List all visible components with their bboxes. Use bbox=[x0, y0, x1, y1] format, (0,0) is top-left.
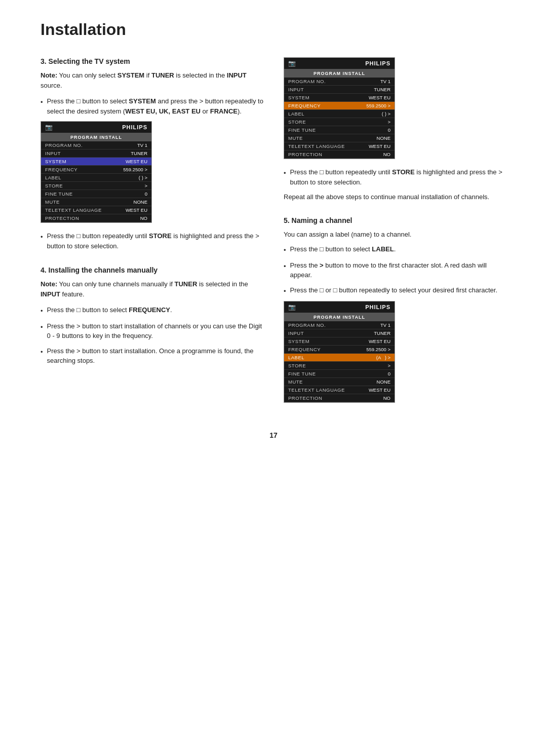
system-bold: SYSTEM bbox=[118, 71, 144, 79]
section3-bullet2-left: • Press the □ button repeatedly until ST… bbox=[41, 231, 263, 251]
panel1-subheader: PROGRAM INSTALL bbox=[41, 133, 151, 141]
page-title: Installation bbox=[41, 20, 506, 39]
bullet2-left-text: Press the □ button repeatedly until STOR… bbox=[47, 231, 263, 251]
panel2-row-3: FREQUENCY 559.2500 > bbox=[284, 102, 395, 110]
gt-bold: > bbox=[320, 261, 324, 269]
panel1-row-8: TELETEXT LANGUAGE WEST EU bbox=[41, 206, 151, 214]
bullet-r1-text: Press the □ button repeatedly until STOR… bbox=[290, 167, 506, 187]
section4-title: Installing the channels manually bbox=[49, 266, 158, 274]
bullet4-3-text: Press the > button to start installation… bbox=[47, 346, 263, 366]
panel3-row-2: SYSTEM WEST EU bbox=[284, 337, 395, 346]
panel3-subheader: PROGRAM INSTALL bbox=[284, 313, 395, 321]
panel1-header: 📷 PHILIPS bbox=[41, 122, 151, 133]
store-bold-r: STORE bbox=[392, 168, 415, 176]
section5-bullet3: • Press the □ or □ button repeatedly to … bbox=[284, 285, 506, 296]
bullet5-3-text: Press the □ or □ button repeatedly to se… bbox=[290, 285, 506, 295]
section3-title: Selecting the TV system bbox=[49, 57, 130, 65]
panel3-row-3: FREQUENCY 559.2500 > bbox=[284, 346, 395, 354]
bullet-dot-5-2: • bbox=[284, 261, 286, 272]
panel2-row-1: INPUT TUNER bbox=[284, 86, 395, 94]
bullet1-text: Press the □ button to select SYSTEM and … bbox=[47, 96, 263, 116]
panel2-row-5: STORE > bbox=[284, 118, 395, 126]
panel2-subheader: PROGRAM INSTALL bbox=[284, 69, 395, 78]
section5-number: 5. bbox=[284, 216, 290, 224]
panel2-row-0: PROGRAM NO. TV 1 bbox=[284, 78, 395, 86]
section3-heading: 3. Selecting the TV system bbox=[41, 57, 263, 65]
section5-assign: You can assign a label (name) to a chann… bbox=[284, 230, 506, 240]
bullet4-1-text: Press the □ button to select FREQUENCY. bbox=[47, 305, 263, 315]
store-bold-1: STORE bbox=[149, 232, 172, 240]
panel1-row-1: INPUT TUNER bbox=[41, 149, 151, 158]
panel3-row-7: MUTE NONE bbox=[284, 378, 395, 386]
panel2-row-7: MUTE NONE bbox=[284, 134, 395, 142]
panel1-row-7: MUTE NONE bbox=[41, 198, 151, 206]
repeat-text: Repeat all the above steps to continue m… bbox=[284, 192, 506, 202]
bullet-dot-r1: • bbox=[284, 168, 286, 178]
note-label-4: Note: bbox=[41, 280, 57, 288]
tuner-bold: TUNER bbox=[151, 71, 174, 79]
monitor-icon-1: 📷 bbox=[45, 124, 53, 131]
panel3-row-0: PROGRAM NO. TV 1 bbox=[284, 321, 395, 329]
note-label: Note: bbox=[41, 71, 57, 79]
bullet5-1-text: Press the □ button to select LABEL. bbox=[290, 244, 506, 254]
panel1-row-9: PROTECTION NO bbox=[41, 214, 151, 222]
monitor-icon-3: 📷 bbox=[288, 304, 296, 311]
bullet-dot-4-1: • bbox=[41, 306, 43, 316]
panel3-row-9: PROTECTION NO bbox=[284, 394, 395, 402]
panel3-row-1: INPUT TUNER bbox=[284, 329, 395, 337]
section4-bullet3: • Press the > button to start installati… bbox=[41, 346, 263, 366]
philips-panel-3: 📷 PHILIPS PROGRAM INSTALL PROGRAM NO. TV… bbox=[284, 301, 395, 403]
panel2-row-4: LABEL ( ) > bbox=[284, 110, 395, 118]
tuner-bold-4: TUNER bbox=[175, 280, 198, 288]
monitor-icon-2: 📷 bbox=[288, 60, 296, 67]
panel3-row-5: STORE > bbox=[284, 362, 395, 370]
section5-bullet1: • Press the □ button to select LABEL. bbox=[284, 244, 506, 255]
panel2-row-8: TELETEXT LANGUAGE WEST EU bbox=[284, 142, 395, 150]
panel2-header: 📷 PHILIPS bbox=[284, 58, 395, 69]
bullet-dot-4-2: • bbox=[41, 322, 43, 332]
panel1-brand: PHILIPS bbox=[122, 124, 147, 130]
panel1-row-6: FINE TUNE 0 bbox=[41, 190, 151, 198]
input-bold-4: INPUT bbox=[41, 290, 60, 298]
section3: 3. Selecting the TV system Note: You can… bbox=[41, 57, 263, 251]
section4-number: 4. bbox=[41, 266, 47, 274]
section4-heading: 4. Installing the channels manually bbox=[41, 266, 263, 274]
france-bold: FRANCE bbox=[210, 107, 238, 115]
freq-bold: FREQUENCY bbox=[129, 306, 170, 314]
section3-number: 3. bbox=[41, 57, 47, 65]
west-eu-bold: WEST EU, UK, EAST EU bbox=[125, 107, 201, 115]
bullet-dot-5-1: • bbox=[284, 245, 286, 255]
right-column: 📷 PHILIPS PROGRAM INSTALL PROGRAM NO. TV… bbox=[284, 57, 506, 411]
bullet-dot-2: • bbox=[41, 232, 43, 242]
system-bold2: SYSTEM bbox=[129, 97, 155, 105]
panel2-row-6: FINE TUNE 0 bbox=[284, 126, 395, 134]
panel1-row-0: PROGRAM NO. TV 1 bbox=[41, 141, 151, 149]
panel2-wrapper: 📷 PHILIPS PROGRAM INSTALL PROGRAM NO. TV… bbox=[284, 57, 506, 159]
input-bold: INPUT bbox=[227, 71, 247, 79]
section4-bullet1: • Press the □ button to select FREQUENCY… bbox=[41, 305, 263, 316]
panel1-row-5: STORE > bbox=[41, 182, 151, 190]
panel3-brand: PHILIPS bbox=[365, 304, 390, 310]
page-number: 17 bbox=[41, 431, 506, 439]
panel3-header: 📷 PHILIPS bbox=[284, 301, 395, 313]
bullet-dot-4-3: • bbox=[41, 347, 43, 357]
label-bold: LABEL bbox=[372, 245, 394, 253]
bullet4-2-text: Press the > button to start installation… bbox=[47, 321, 263, 341]
section5-heading: 5. Naming a channel bbox=[284, 216, 506, 224]
panel2-row-2: SYSTEM WEST EU bbox=[284, 94, 395, 102]
panel3-row-6: FINE TUNE 0 bbox=[284, 370, 395, 378]
philips-panel-1: 📷 PHILIPS PROGRAM INSTALL PROGRAM NO. TV… bbox=[41, 121, 152, 223]
panel2-row-9: PROTECTION NO bbox=[284, 150, 395, 159]
left-column: 3. Selecting the TV system Note: You can… bbox=[41, 57, 263, 371]
philips-panel-2: 📷 PHILIPS PROGRAM INSTALL PROGRAM NO. TV… bbox=[284, 57, 395, 159]
panel1-row-3: FREQUENCY 559.2500 > bbox=[41, 166, 151, 174]
panel1-wrapper: 📷 PHILIPS PROGRAM INSTALL PROGRAM NO. TV… bbox=[41, 121, 263, 223]
section4-note: Note: You can only tune channels manuall… bbox=[41, 279, 263, 299]
bullet5-2-text: Press the > button to move to the first … bbox=[290, 260, 506, 280]
section5: 5. Naming a channel You can assign a lab… bbox=[284, 216, 506, 403]
section4: 4. Installing the channels manually Note… bbox=[41, 266, 263, 366]
section4-bullet2: • Press the > button to start installati… bbox=[41, 321, 263, 341]
section5-bullet2: • Press the > button to move to the firs… bbox=[284, 260, 506, 280]
panel1-row-2: SYSTEM WEST EU bbox=[41, 158, 151, 166]
panel3-row-4: LABEL (A ) > bbox=[284, 354, 395, 362]
